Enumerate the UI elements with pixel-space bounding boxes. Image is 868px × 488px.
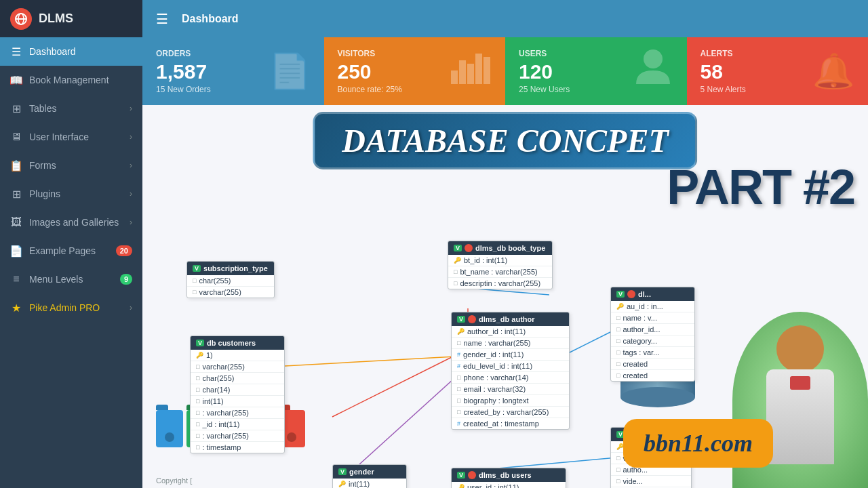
field-text: name : v...: [623, 314, 657, 322]
table-row: □ category...: [611, 336, 694, 347]
table-row: □ char(255): [191, 373, 284, 384]
stat-orders-left: ORDERS 1,587 15 New Orders: [156, 49, 211, 94]
field-icon: □: [616, 338, 620, 344]
table-row: □ descriptin : varchar(255): [448, 278, 552, 289]
svg-rect-4: [459, 60, 466, 84]
sidebar-item-images[interactable]: 🖼 Images and Galleries ›: [0, 208, 142, 237]
field-icon: □: [454, 280, 457, 287]
badge-9: 9: [120, 274, 132, 285]
folder-blue: [156, 410, 183, 447]
svg-point-19: [620, 387, 695, 407]
table-row: 🔑 au_id : in...: [611, 301, 694, 312]
table-row: □ phone : varchar(14): [452, 372, 569, 384]
field-text: created_at : timestamp: [463, 420, 539, 428]
table-row: □ varchar(255): [191, 361, 284, 373]
stat-orders: ORDERS 1,587 15 New Orders 📄: [142, 37, 324, 105]
field-text: 1): [206, 351, 213, 359]
field-text: created_by : varchar(255): [463, 408, 549, 416]
field-text: varchar(255): [202, 363, 244, 371]
chevron-right-icon: ›: [130, 104, 132, 113]
field-icon: □: [196, 444, 199, 451]
logo-icon: [10, 8, 32, 30]
field-icon: □: [196, 398, 199, 405]
sidebar-item-menu-levels[interactable]: ≡ Menu Levels 9: [0, 265, 142, 293]
table-name: db customers: [207, 339, 256, 347]
table-row: □ tags : var...: [611, 347, 694, 359]
table-users: V dlms_db users 🔑 user_id : int(11) □ fu…: [451, 468, 566, 488]
dashboard-icon: ☰: [10, 45, 22, 58]
svg-rect-6: [475, 54, 482, 84]
sidebar-header: DLMS: [0, 0, 142, 37]
table-row: □ char(14): [191, 384, 284, 396]
svg-rect-7: [484, 57, 490, 84]
field-icon: □: [196, 363, 199, 370]
stats-row: ORDERS 1,587 15 New Orders 📄 VISITORS 25…: [142, 37, 868, 105]
stat-visitors-label: VISITORS: [338, 49, 402, 58]
sidebar-item-pike-admin[interactable]: ★ Pike Admin PRO ›: [0, 293, 142, 322]
forms-icon: 📋: [10, 159, 22, 171]
table-name: dlms_db book_type: [475, 244, 545, 252]
field-icon: □: [457, 409, 460, 415]
field-text: varchar(255): [199, 288, 241, 296]
sidebar-item-book-management[interactable]: 📖 Book Management: [0, 66, 142, 94]
svg-line-10: [332, 349, 468, 417]
users-icon: [633, 47, 673, 96]
field-icon: □: [196, 386, 199, 393]
sidebar-item-plugins[interactable]: ⊞ Plugins ›: [0, 180, 142, 208]
chevron-right-icon: ›: [130, 132, 132, 142]
stat-users-sub: 25 New Users: [519, 85, 570, 94]
hash-icon: #: [457, 351, 460, 358]
sidebar-item-user-interface[interactable]: 🖥 User Interface ›: [0, 123, 142, 151]
sidebar-item-forms[interactable]: 📋 Forms ›: [0, 151, 142, 180]
visitors-icon: [451, 50, 492, 92]
sidebar-item-tables[interactable]: ⊞ Tables ›: [0, 94, 142, 123]
key-icon: 🔑: [616, 303, 624, 310]
stat-alerts: ALERTS 58 5 New Alerts 🔔: [687, 37, 869, 105]
table-row: □ created: [611, 359, 694, 370]
sidebar-item-label: Pike Admin PRO: [29, 302, 123, 313]
sidebar-item-example-pages[interactable]: 📄 Example Pages 20: [0, 237, 142, 265]
key-icon: 🔑: [457, 328, 465, 335]
stat-users-value: 120: [519, 62, 570, 82]
chevron-right-icon: ›: [130, 218, 132, 227]
field-text: gender_id : int(11): [463, 350, 524, 359]
key-icon: 🔑: [338, 481, 346, 487]
field-icon: □: [193, 277, 196, 284]
field-text: author_id...: [623, 325, 660, 333]
field-icon: □: [454, 268, 457, 275]
field-text: int(11): [202, 397, 223, 405]
field-icon: □: [457, 386, 460, 392]
sidebar-item-label: Menu Levels: [29, 274, 113, 285]
table-customers: V db customers 🔑 1) □ varchar(255) □ cha…: [190, 336, 285, 453]
field-icon: □: [457, 397, 460, 404]
table-row: # gender_id : int(11): [452, 349, 569, 361]
main-content: ☰ Dashboard ORDERS 1,587 15 New Orders 📄…: [142, 0, 868, 488]
field-icon: □: [616, 478, 620, 485]
table-row: □ biography : longtext: [452, 395, 569, 407]
field-text: au_id : in...: [627, 302, 663, 310]
sidebar: DLMS ☰ Dashboard 📖 Book Management ⊞ Tab…: [0, 0, 142, 488]
sidebar-item-label: Book Management: [29, 75, 132, 85]
svg-point-8: [644, 49, 663, 68]
stat-alerts-left: ALERTS 58 5 New Alerts: [701, 49, 746, 94]
stat-visitors-value: 250: [338, 62, 402, 82]
field-text: : timestamp: [202, 443, 241, 451]
table-row: 🔑 user_id : int(11): [452, 482, 566, 488]
stat-orders-label: ORDERS: [156, 49, 211, 58]
table-row: □ vide...: [611, 476, 691, 487]
hamburger-icon[interactable]: ☰: [156, 11, 168, 27]
field-text: descriptin : varchar(255): [460, 279, 540, 287]
field-text: char(255): [202, 374, 234, 382]
sidebar-item-dashboard[interactable]: ☰ Dashboard: [0, 37, 142, 66]
table-row: 🔑 1): [191, 350, 284, 361]
table-dl: V dl... 🔑 au_id : in... □ name : v... □ …: [610, 287, 695, 382]
sidebar-item-label: Example Pages: [29, 245, 109, 256]
overlay-part: PART #2: [667, 159, 854, 215]
table-row: 🔑 bt_id : int(11): [448, 255, 552, 266]
table-header: V dlms_db book_type: [448, 241, 552, 255]
field-text: int(11): [349, 480, 370, 488]
stat-users: USERS 120 25 New Users: [505, 37, 687, 105]
plugins-icon: ⊞: [10, 188, 22, 200]
sidebar-item-label: Plugins: [29, 188, 123, 199]
field-text: tags : var...: [623, 348, 659, 357]
